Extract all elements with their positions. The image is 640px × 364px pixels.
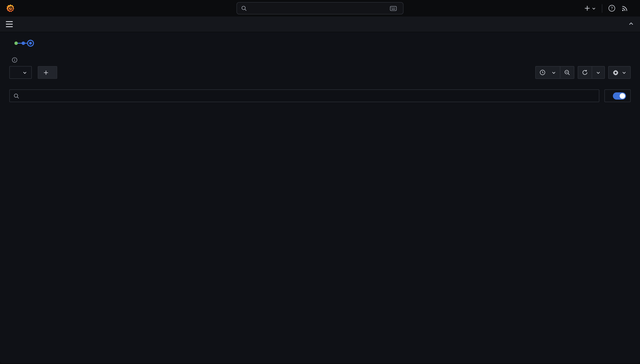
history-step-2	[22, 42, 25, 45]
news-button[interactable]	[621, 5, 628, 12]
info-icon[interactable]	[12, 57, 18, 63]
history-steps[interactable]	[14, 40, 35, 47]
gear-icon	[612, 69, 619, 76]
refresh-interval-button[interactable]	[592, 66, 604, 78]
keyboard-icon	[390, 6, 397, 11]
global-search-input[interactable]	[250, 5, 387, 12]
top-nav-actions: ?	[584, 4, 634, 12]
settings-button[interactable]	[609, 66, 630, 78]
main-pane	[0, 16, 640, 363]
menu-icon[interactable]	[6, 21, 13, 27]
collapse-header-button[interactable]	[628, 20, 634, 28]
chevron-down-icon	[622, 70, 626, 75]
time-range-button[interactable]	[536, 66, 560, 78]
zoom-out-icon	[564, 70, 570, 76]
metrics-search-box[interactable]	[9, 90, 599, 102]
chevron-down-icon	[596, 70, 600, 75]
add-label-button[interactable]	[38, 66, 57, 79]
history-row	[9, 40, 631, 47]
datasource-label-row	[9, 57, 631, 63]
breadcrumb-bar	[0, 16, 640, 32]
datasource-picker[interactable]	[9, 66, 32, 79]
time-controls	[535, 66, 631, 79]
plus-icon	[584, 5, 590, 12]
settings-group	[608, 66, 631, 79]
controls-row	[9, 66, 631, 79]
grafana-logo-icon[interactable]	[6, 4, 15, 13]
refresh-icon	[582, 70, 588, 76]
svg-text:?: ?	[611, 6, 613, 10]
plus-icon	[43, 70, 49, 75]
metrics-search-input[interactable]	[22, 92, 595, 99]
help-icon: ?	[608, 5, 616, 12]
refresh-button[interactable]	[578, 66, 592, 78]
global-search-box[interactable]	[236, 2, 404, 14]
search-shortcut	[390, 6, 399, 11]
divider	[602, 4, 602, 12]
chevron-down-icon	[22, 70, 27, 75]
clock-icon	[540, 70, 546, 76]
explore-metrics-content	[0, 40, 640, 112]
time-picker-group	[535, 66, 574, 79]
refresh-group	[578, 66, 605, 79]
search-icon	[241, 6, 247, 11]
chevron-down-icon	[552, 70, 556, 75]
show-previews-toggle[interactable]	[613, 92, 626, 99]
help-button[interactable]: ?	[608, 5, 616, 12]
rss-icon	[621, 5, 628, 12]
add-new-button[interactable]	[584, 5, 596, 12]
top-nav-bar: ?	[0, 0, 640, 16]
zoom-out-button[interactable]	[560, 66, 574, 78]
history-step-1	[14, 42, 18, 45]
grafana-app: ?	[0, 0, 640, 364]
chevron-down-icon	[592, 6, 596, 10]
chevron-up-icon	[628, 20, 634, 26]
search-row	[9, 90, 631, 102]
search-icon	[14, 93, 19, 98]
show-previews-control	[604, 90, 631, 102]
